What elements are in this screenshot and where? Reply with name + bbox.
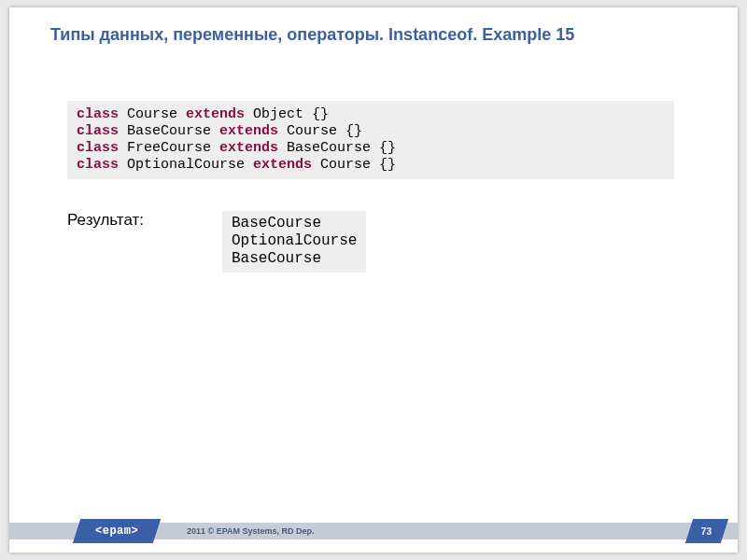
output-block: BaseCourse OptionalCourse BaseCourse [222, 211, 366, 273]
code-keyword: class [77, 123, 119, 139]
code-keyword: class [77, 157, 119, 173]
code-keyword: class [77, 106, 119, 122]
footer-page-number: 73 [701, 526, 712, 537]
code-keyword: extends [253, 157, 312, 173]
code-keyword: extends [219, 140, 278, 156]
code-keyword: extends [219, 123, 278, 139]
slide: Типы данных, переменные, операторы. Inst… [9, 7, 738, 553]
code-block: class Course extends Object {} class Bas… [67, 101, 674, 179]
slide-title: Типы данных, переменные, операторы. Inst… [50, 24, 697, 46]
result-label: Результат: [67, 211, 144, 230]
code-keyword: class [77, 140, 119, 156]
code-keyword: extends [186, 106, 245, 122]
footer-page-badge: 73 [685, 519, 728, 543]
footer-logo-text: <epam> [95, 525, 138, 538]
footer-copyright: 2011 © EPAM Systems, RD Dep. [187, 526, 315, 536]
footer-logo: <epam> [73, 519, 161, 543]
